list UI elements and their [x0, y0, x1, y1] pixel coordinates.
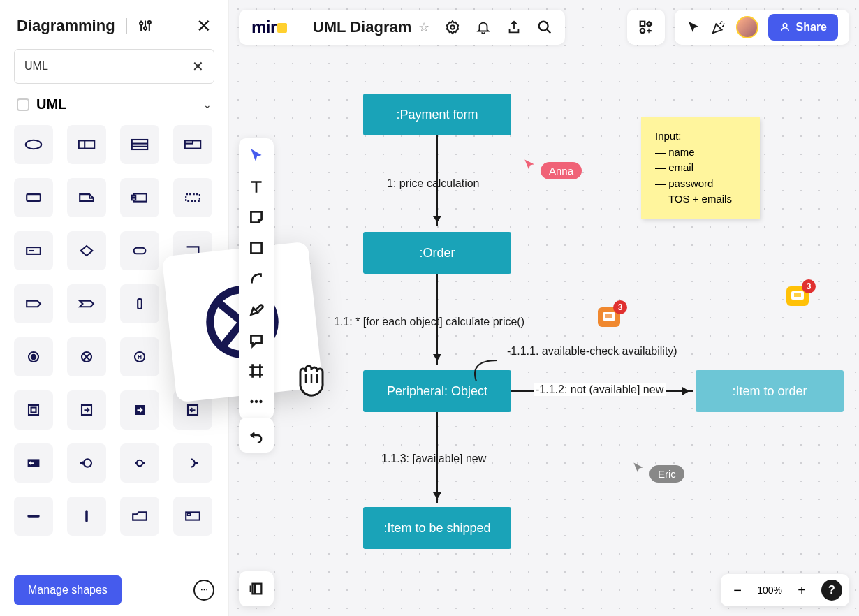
svg-rect-17: [132, 196, 136, 198]
shape-small-circle[interactable]: [120, 443, 159, 483]
category-uml[interactable]: UML ⌄: [0, 91, 228, 119]
node-item-to-order[interactable]: :Item to order: [696, 370, 844, 412]
shape-dashed-rect[interactable]: [173, 178, 212, 217]
shape-input-left[interactable]: [14, 443, 53, 483]
shape-chevron[interactable]: [67, 284, 106, 323]
svg-point-53: [539, 22, 548, 31]
svg-rect-58: [251, 242, 261, 253]
svg-rect-18: [132, 198, 136, 200]
shape-search-input[interactable]: UML ✕: [14, 49, 214, 84]
celebrate-icon[interactable]: [711, 20, 726, 35]
node-payment-form[interactable]: :Payment form: [363, 94, 511, 135]
zoom-out-button[interactable]: −: [728, 580, 747, 600]
canvas[interactable]: :Payment form 1: price calculation :Orde…: [284, 60, 859, 616]
shape-crossed-circle[interactable]: [67, 337, 106, 376]
shape-tool[interactable]: [247, 239, 265, 257]
chat-icon[interactable]: ⋯: [193, 580, 214, 601]
sidebar-title: Diagramming: [17, 17, 115, 35]
svg-rect-23: [138, 299, 142, 309]
zoom-in-button[interactable]: +: [792, 580, 812, 600]
svg-rect-15: [27, 194, 41, 201]
slides-icon: [249, 581, 264, 596]
document-title[interactable]: UML Diagram: [313, 18, 411, 36]
apps-grid-icon: [638, 20, 654, 35]
help-button[interactable]: ?: [821, 580, 842, 601]
shape-folder[interactable]: [120, 497, 159, 536]
apps-button[interactable]: [627, 10, 665, 45]
comment-thread-1[interactable]: 3: [598, 307, 620, 327]
shape-list-rect[interactable]: [120, 125, 159, 164]
comment-tool[interactable]: [247, 331, 265, 349]
shape-tag-right[interactable]: [14, 284, 53, 323]
notifications-bell-icon[interactable]: [476, 20, 491, 35]
person-icon: [779, 22, 791, 33]
close-sidebar-button[interactable]: ✕: [196, 17, 212, 35]
category-checkbox[interactable]: [17, 98, 29, 111]
comment-thread-2[interactable]: 3: [786, 286, 809, 306]
shape-stop-square[interactable]: [14, 390, 53, 430]
shape-rect[interactable]: [14, 178, 53, 217]
node-item-to-ship[interactable]: :Item to be shipped: [363, 507, 511, 549]
miro-logo[interactable]: mir: [251, 17, 287, 37]
shape-split-rect[interactable]: [67, 125, 106, 164]
shape-diamond[interactable]: [67, 231, 106, 270]
shape-filled-circle[interactable]: [14, 337, 53, 376]
svg-point-6: [26, 140, 41, 149]
self-loop-arrow: [468, 349, 510, 384]
share-button[interactable]: Share: [768, 14, 838, 41]
more-tools[interactable]: [247, 393, 265, 411]
pen-tool[interactable]: [247, 300, 265, 318]
sticky-note-tool[interactable]: [247, 208, 265, 226]
svg-point-5: [147, 21, 150, 24]
svg-point-4: [144, 27, 147, 29]
shape-rounded-rect[interactable]: [120, 231, 159, 270]
svg-rect-9: [132, 140, 147, 149]
user-avatar[interactable]: [736, 16, 758, 38]
shape-arrow-square-right[interactable]: [67, 390, 106, 430]
edge-label-1: 1: price calculation: [387, 177, 480, 190]
edge-label-2: 1.1: * [for each object] calculate price…: [334, 316, 524, 328]
svg-point-3: [140, 22, 142, 25]
shape-circle-the[interactable]: [67, 443, 106, 483]
shape-history-circle[interactable]: H: [120, 337, 159, 376]
svg-point-61: [259, 400, 262, 403]
undo-button[interactable]: [239, 418, 274, 453]
cursor-mode-icon[interactable]: [686, 20, 701, 35]
svg-point-60: [255, 400, 258, 403]
clear-search-button[interactable]: ✕: [192, 58, 204, 75]
edge-label-4: -1.1.2: not (available] new: [534, 383, 666, 396]
shape-half-circle[interactable]: [173, 443, 212, 483]
shape-ellipse[interactable]: [14, 125, 53, 164]
shape-bar-vertical[interactable]: [120, 284, 159, 323]
svg-text:H: H: [138, 354, 142, 361]
frame-tool[interactable]: [247, 362, 265, 380]
svg-point-37: [84, 459, 91, 467]
tool-rail: [239, 138, 274, 419]
connector-tool[interactable]: [247, 270, 265, 288]
shape-arrow-square-filled[interactable]: [120, 390, 159, 430]
manage-shapes-button[interactable]: Manage shapes: [14, 575, 122, 605]
shape-line-vertical[interactable]: [67, 497, 106, 536]
zoom-controls: − 100% + ?: [721, 574, 849, 606]
text-tool[interactable]: [247, 177, 265, 196]
settings-sliders-icon[interactable]: [138, 19, 152, 33]
shape-line-horizontal[interactable]: [14, 497, 53, 536]
shape-folded-corner[interactable]: [67, 178, 106, 217]
zoom-level[interactable]: 100%: [757, 585, 782, 596]
settings-gear-icon[interactable]: [445, 20, 460, 35]
search-icon[interactable]: [537, 20, 552, 35]
shape-window[interactable]: [173, 497, 212, 536]
node-order[interactable]: :Order: [363, 232, 511, 274]
svg-rect-45: [187, 514, 190, 516]
sticky-note-input[interactable]: Input: — name — email — password — TOS +…: [641, 117, 760, 219]
shape-header-rect[interactable]: [173, 125, 212, 164]
select-tool[interactable]: [247, 147, 265, 165]
shape-component[interactable]: [120, 178, 159, 217]
export-icon[interactable]: [506, 20, 522, 35]
presentation-button[interactable]: [239, 571, 274, 606]
svg-rect-55: [640, 22, 644, 26]
favorite-star-icon[interactable]: ☆: [418, 20, 430, 35]
svg-point-56: [640, 29, 644, 33]
svg-rect-7: [79, 140, 94, 148]
shape-object[interactable]: [14, 231, 53, 270]
